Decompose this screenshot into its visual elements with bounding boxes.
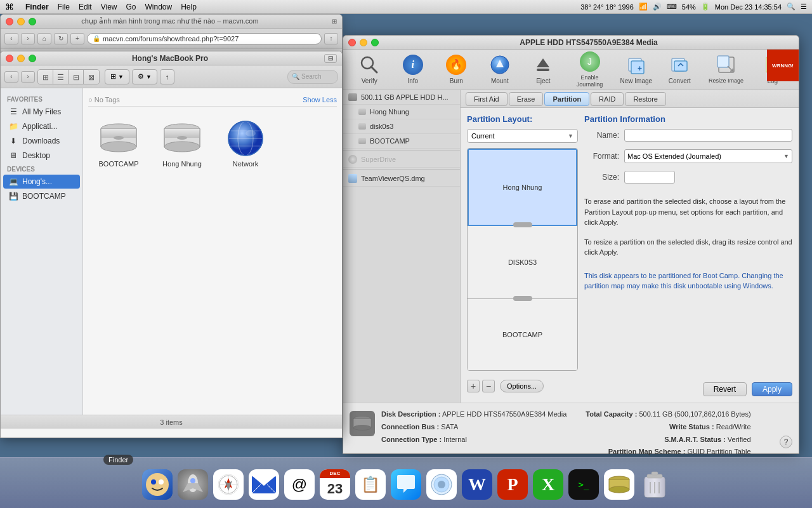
menubar-edit[interactable]: Edit [79, 3, 92, 11]
sidebar-item-macbook[interactable]: 💻 Hong's... [3, 175, 80, 189]
tab-erase[interactable]: Erase [509, 92, 544, 106]
enable-journaling-button[interactable]: J Enable Journaling [566, 52, 614, 88]
sidebar-item-all-my-files[interactable]: ☰ All My Files [3, 105, 80, 119]
maximize-button[interactable] [29, 18, 36, 25]
layout-select[interactable]: Current ▼ [467, 129, 578, 143]
dock-item-mail[interactable] [247, 467, 280, 500]
verify-button[interactable]: Verify [348, 52, 391, 88]
help-button[interactable]: ? [780, 436, 792, 448]
show-less-button[interactable]: Show Less [303, 96, 337, 104]
list-view-button[interactable]: ☰ [53, 70, 69, 84]
dock-item-reminders[interactable]: 📋 [354, 467, 387, 500]
add-partition-button[interactable]: + [467, 380, 480, 392]
disk0s3-resize-handle[interactable] [513, 296, 532, 301]
zoom-icon[interactable]: ⊞ [332, 18, 337, 25]
revert-button[interactable]: Revert [703, 382, 747, 396]
format-select[interactable]: Mac OS Extended (Journaled) ▼ [624, 149, 792, 163]
menubar-help[interactable]: Help [181, 3, 197, 11]
finder-back[interactable]: ‹ [4, 71, 18, 83]
convert-button[interactable]: Convert [658, 52, 701, 88]
column-view-button[interactable]: ⊟ [69, 70, 84, 84]
diskutil-minimize-button[interactable] [360, 39, 367, 46]
dock-item-safari2[interactable] [425, 467, 458, 500]
dock-item-terminal[interactable]: >_ [567, 467, 600, 500]
sidebar-item-downloads[interactable]: ⬇ Downloads [3, 134, 80, 148]
minimize-button[interactable] [17, 18, 25, 25]
menubar-file[interactable]: File [58, 3, 70, 11]
address-bar[interactable]: 🔒 macvn.com/forums/showthread.php?t=9027 [87, 33, 322, 44]
dock-item-excel[interactable]: X [532, 467, 565, 500]
partition-seg-hong-nhung[interactable]: Hong Nhung [468, 149, 577, 226]
back-button[interactable]: ‹ [4, 33, 18, 44]
hong-nhung-icon-item[interactable]: Hong Nhung [157, 117, 207, 170]
sort-button[interactable]: ⊞ ▼ [105, 69, 129, 84]
dock-item-trash[interactable] [638, 467, 671, 500]
search-icon[interactable]: 🔍 [787, 3, 796, 11]
diskutil-close-button[interactable] [348, 39, 356, 46]
diskutil-window-title: APPLE HDD HTS547550A9E384 Media [384, 38, 794, 47]
partition-seg-disk0s3[interactable]: DISK0S3 [468, 226, 577, 299]
finder-close-button[interactable] [6, 55, 13, 62]
disk-list-teamviewer[interactable]: TeamViewerQS.dmg [343, 171, 460, 187]
menubar-go[interactable]: Go [126, 3, 136, 11]
forward-button[interactable]: › [21, 33, 35, 44]
menubar-window[interactable]: Window [145, 3, 173, 11]
apple-menu[interactable]: ⌘ [5, 2, 14, 12]
close-button[interactable] [6, 18, 13, 25]
info-button[interactable]: i Info [392, 52, 435, 88]
sidebar-item-applications[interactable]: 📁 Applicati... [3, 119, 80, 133]
svg-point-40 [353, 425, 371, 431]
resize-image-button[interactable]: Resize Image [702, 52, 750, 88]
apply-button[interactable]: Apply [752, 382, 792, 396]
icon-view-button[interactable]: ⊞ [38, 70, 53, 84]
dock-item-finder[interactable] [141, 467, 174, 500]
dock-item-messages[interactable] [390, 467, 422, 500]
dock-item-word[interactable]: W [461, 467, 494, 500]
finder-maximize-button[interactable] [29, 55, 36, 62]
menu-extra-icon[interactable]: ☰ [801, 3, 807, 11]
burn-button[interactable]: 🔥 Burn [435, 52, 478, 88]
hong-nhung-resize-handle[interactable] [513, 222, 532, 227]
sidebar-item-desktop[interactable]: 🖥 Desktop [3, 149, 80, 163]
menubar-finder[interactable]: Finder [25, 3, 49, 11]
disk-list-superdrive[interactable]: SuperDrive [343, 152, 460, 168]
disk-list-main-disk[interactable]: 500.11 GB APPLE HDD H... [343, 90, 460, 105]
eject-button[interactable]: Eject [522, 52, 565, 88]
partition-seg-bootcamp[interactable]: BOOTCAMP [468, 299, 577, 370]
sidebar-item-bootcamp[interactable]: 💾 BOOTCAMP [3, 189, 80, 203]
tab-partition[interactable]: Partition [544, 92, 589, 106]
name-input[interactable] [624, 129, 792, 142]
diskutil-maximize-button[interactable] [371, 39, 379, 46]
finder-minimize-button[interactable] [17, 55, 25, 62]
finder-forward[interactable]: › [21, 71, 35, 83]
finder-toolbar-toggle[interactable]: ⊟ [324, 54, 337, 63]
disk-list-bootcamp[interactable]: BOOTCAMP [343, 134, 460, 149]
finder-search[interactable]: 🔍 Search [287, 70, 338, 84]
dock-item-calendar[interactable]: DEC 23 [318, 467, 351, 500]
menubar-view[interactable]: View [101, 3, 117, 11]
bootcamp-icon-item[interactable]: BOOTCAMP [93, 117, 144, 170]
disk-list-disk0s3[interactable]: disk0s3 [343, 119, 460, 134]
dock-item-safari[interactable] [212, 467, 245, 500]
dock-item-ppt[interactable]: P [496, 467, 529, 500]
tab-raid[interactable]: RAID [591, 92, 624, 106]
mount-button[interactable]: Mount [479, 52, 521, 88]
action-button[interactable]: ⚙ ▼ [132, 69, 157, 84]
home-button[interactable]: ⌂ [37, 33, 51, 44]
dock-item-contacts[interactable]: @ [283, 467, 316, 500]
refresh-button[interactable]: ↻ [54, 33, 68, 44]
share-button[interactable]: ↑ [324, 33, 338, 44]
add-tab-button[interactable]: + [70, 33, 84, 44]
remove-partition-button[interactable]: − [482, 380, 495, 392]
new-image-button[interactable]: + New Image [615, 52, 658, 88]
network-icon-item[interactable]: Network [220, 117, 271, 170]
size-input[interactable] [624, 171, 675, 184]
coverflow-view-button[interactable]: ⊠ [84, 70, 99, 84]
dock-item-launchpad[interactable] [176, 467, 209, 500]
disk-list-hong-nhung[interactable]: Hong Nhung [343, 105, 460, 119]
dock-item-diskutil[interactable] [603, 467, 636, 500]
share-button[interactable]: ↑ [160, 69, 175, 84]
partition-options-button[interactable]: Options... [500, 380, 544, 392]
tab-first-aid[interactable]: First Aid [466, 92, 508, 106]
tab-restore[interactable]: Restore [625, 92, 666, 106]
